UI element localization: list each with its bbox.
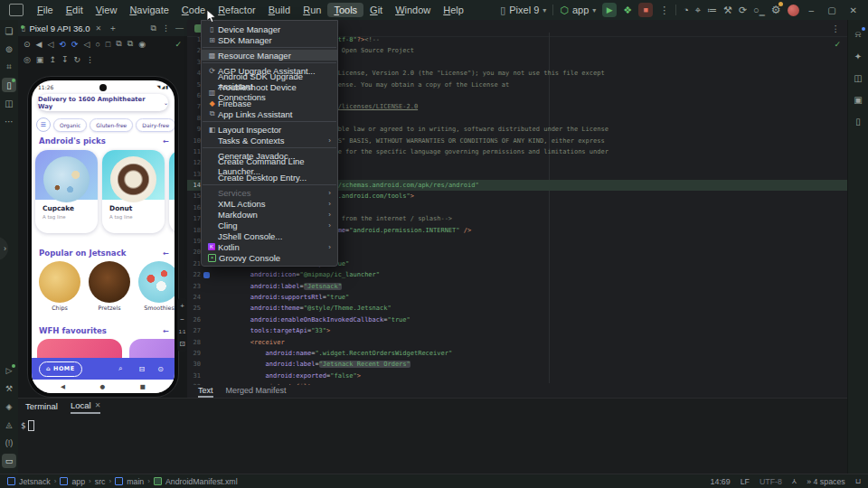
run-icon[interactable]: ▷ [2,363,16,378]
menubar-item-run[interactable]: Run [297,3,327,17]
readonly-lock-icon[interactable]: ⊔ [855,477,861,485]
device-selector[interactable]: ▯ Pixel 9 ▾ [500,4,546,16]
tools-menu-item-xml-actions[interactable]: XML Actions› [202,198,337,209]
more-icon[interactable]: ⋯ [2,114,16,128]
problems-icon[interactable]: (!) [2,436,16,450]
editor-options-icon[interactable]: ⋮ [832,23,841,33]
terminal-tab-local[interactable]: Local ✕ [71,400,100,414]
phone-screen[interactable]: 11:26 ◥ ◢ ▮ Delivery to 1600 Amphitheate… [32,80,175,393]
open-in-window-icon[interactable]: ⧉ [151,23,156,33]
home-icon[interactable]: ○ [95,40,99,49]
close-button[interactable]: ✕ [846,5,861,15]
hide-panel-icon[interactable]: — [175,23,184,33]
device-explorer-icon[interactable]: ▣ [851,92,865,107]
tools-menu-item-tasks-contexts[interactable]: Tasks & Contexts› [202,135,337,145]
popular-photo-smoothies[interactable] [138,261,175,303]
nav-home-button[interactable]: ⌂ HOME [39,361,82,377]
running-devices-icon[interactable]: ▯ [2,78,16,92]
filter-chip-gluten-free[interactable]: Gluten-free [90,118,133,132]
tools-menu-item-markdown[interactable]: Markdown› [202,209,337,220]
tools-menu-item-kotlin[interactable]: KKotlin› [202,241,337,252]
profiler-icon[interactable]: ◬ [2,418,16,432]
menubar-item-tools[interactable]: Tools [327,3,363,17]
caret-position[interactable]: 14:69 [711,477,731,486]
back-icon[interactable]: ◁ [83,40,90,49]
device-manager-icon[interactable]: ◫ [2,96,16,110]
power-icon[interactable]: ⊙ [24,40,31,49]
back-button[interactable]: ◀ [61,383,65,390]
record-icon[interactable]: ▣ [36,55,44,64]
menubar-item-view[interactable]: View [90,3,124,17]
notifications-icon[interactable]: ⍾ [851,27,865,42]
more-actions-icon[interactable]: ⋮ [659,4,669,16]
profile-icon[interactable]: ⊙ [157,365,164,373]
arrow-icon[interactable]: ← [163,137,169,145]
build-icon[interactable]: ⚒ [723,4,732,16]
close-tab-icon[interactable]: ✕ [95,24,101,33]
emulator-icon[interactable]: ▯ [851,114,865,128]
tools-menu-item-troubleshoot-device-connections[interactable]: ▥Troubleshoot Device Connections [202,87,337,98]
zoom-control-[interactable]: ⊡ [179,340,185,348]
breadcrumb-app[interactable]: app [71,477,85,486]
more-icon[interactable]: ⋮ [86,55,94,64]
popular-photo-pretzels[interactable] [89,261,130,303]
tools-menu-item-create-command-line-launcher[interactable]: Create Command Line Launcher... [202,161,337,172]
menubar-item-window[interactable]: Window [389,3,437,17]
breadcrumb-androidmanifest-xml[interactable]: AndroidManifest.xml [165,477,238,486]
tools-menu-item-sdk-manager[interactable]: ⊞SDK Manager [202,34,337,45]
snack-card-partial[interactable] [169,150,175,233]
home-button[interactable]: ● [100,383,106,390]
tools-menu-item-layout-inspector[interactable]: ◧Layout Inspector [202,124,337,135]
structure-icon[interactable]: ⌗ [2,60,16,74]
device-tab-label[interactable]: Pixel 9 API 36.0 [29,23,90,33]
volume-down-icon[interactable]: ◁ [47,40,53,49]
device-streaming-icon[interactable]: ⌖ [695,4,701,16]
zoom-control-[interactable]: − [180,315,184,324]
gemini-icon[interactable]: ✦ [851,49,865,63]
rotate-right-icon[interactable]: ⟳ [71,40,79,49]
terminal-prompt[interactable]: $ [21,420,34,431]
menubar-item-edit[interactable]: Edit [60,3,90,17]
device-manager-icon[interactable]: ◫ [851,70,865,85]
tools-menu-item-device-manager[interactable]: ▯Device Manager [202,23,337,34]
indent-setting[interactable]: » 4 spaces [807,477,845,486]
sync-icon[interactable]: ⟳ [739,4,747,16]
screenshot-icon[interactable]: ◎ [24,55,31,64]
line-separator[interactable]: LF [741,477,750,486]
snapshot-icon[interactable]: ◉ [138,40,146,49]
push-file-icon[interactable]: ↥ [49,55,56,64]
app-quality-insights-icon[interactable]: ◈ [2,399,16,414]
breadcrumb-main[interactable]: main [127,477,144,486]
stop-button[interactable]: ■ [638,3,653,17]
todo-list-icon[interactable]: ≔ [707,4,717,16]
tools-menu-item-resource-manager[interactable]: ▩Resource Manager [202,50,337,61]
manifest-tab-merged-manifest[interactable]: Merged Manifest [226,386,287,396]
reset-icon[interactable]: ↻ [73,55,80,64]
recents-button[interactable]: ■ [140,383,146,390]
menubar-item-help[interactable]: Help [437,3,470,17]
filter-chip-dairy-free[interactable]: Dairy-free [136,118,175,132]
menubar-item-refactor[interactable]: Refactor [212,3,262,17]
breadcrumb-src[interactable]: src [95,477,106,486]
menubar-item-navigate[interactable]: Navigate [123,3,175,17]
user-avatar[interactable] [788,5,799,16]
commit-icon[interactable]: ⊚ [2,42,16,56]
run-button[interactable]: ▶ [602,3,617,17]
minimize-button[interactable]: – [806,5,818,15]
arrow-icon[interactable]: ← [163,327,169,335]
overview-icon[interactable]: □ [106,40,110,49]
profiler-icon[interactable]: ◔ [683,4,689,16]
breadcrumb-jetsnack[interactable]: Jetsnack [19,477,51,486]
menubar-item-file[interactable]: File [31,3,60,17]
menubar-item-build[interactable]: Build [262,3,297,17]
delivery-address-bar[interactable]: Delivery to 1600 Amphitheater Way ⌄ [38,94,168,111]
tools-menu-item-app-links-assistant[interactable]: ⧉App Links Assistant [202,108,337,119]
git-branch-icon[interactable]: Y [792,477,797,485]
cart-icon[interactable]: ⊟ [139,365,146,373]
zoom-control-1-1[interactable]: 1:1 [179,329,186,334]
debug-button[interactable]: ❖ [623,4,632,16]
tools-menu-item-jshell-console[interactable]: JShell Console... [202,230,337,241]
tools-menu-item-cling[interactable]: Cling› [202,220,337,230]
zoom-control-[interactable]: + [180,302,184,310]
snack-card-donut[interactable]: DonutA tag line [102,150,165,233]
